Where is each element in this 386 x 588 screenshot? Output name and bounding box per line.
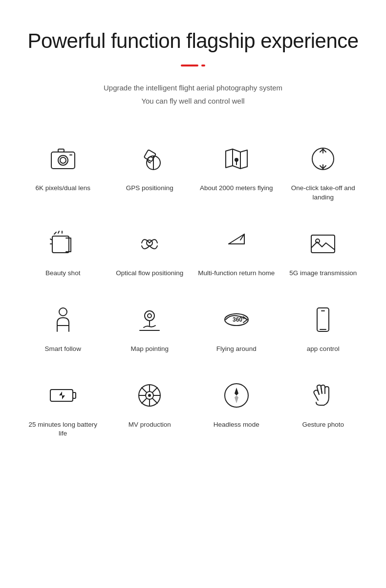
feature-label-mv-production: MV production: [129, 420, 171, 430]
feature-item-beauty-shot: Beauty shot: [20, 217, 107, 293]
feature-item-battery-life: 25 minutes long battery life: [20, 369, 107, 454]
divider: [181, 65, 205, 66]
person-icon: [46, 303, 80, 337]
camera-icon: [46, 142, 80, 176]
feature-item-app-control: app control: [280, 293, 367, 369]
feature-label-6k-pixels: 6K pixels/dual lens: [35, 184, 90, 193]
page-container: Powerful function flagship experience Up…: [0, 0, 386, 482]
compass-icon: [219, 378, 254, 413]
beauty-icon: [46, 227, 80, 261]
feature-item-2000-meters: About 2000 meters flying: [193, 132, 280, 217]
mappoint-icon: [132, 303, 167, 337]
feature-label-smart-follow: Smart follow: [45, 345, 81, 354]
feature-item-headless-mode: Headless mode: [193, 369, 280, 454]
feature-item-6k-pixels: 6K pixels/dual lens: [20, 132, 107, 217]
gesture-icon: [306, 378, 340, 413]
svg-point-32: [149, 394, 150, 396]
feature-item-optical-flow: Optical flow positioning: [107, 217, 193, 293]
feature-item-takeoff-landing: One-click take-off and landing: [280, 132, 367, 217]
feature-label-gps-positioning: GPS positioning: [126, 184, 173, 193]
svg-text:360°: 360°: [233, 316, 245, 323]
feature-label-5g-image: 5G image transmission: [289, 269, 357, 278]
feature-item-mv-production: MV production: [107, 369, 193, 454]
feature-label-headless-mode: Headless mode: [214, 420, 259, 430]
divider-short: [201, 65, 205, 66]
svg-point-20: [145, 311, 154, 321]
feature-item-gps-positioning: GPS positioning: [107, 132, 193, 217]
subtitle: Upgrade the intelligent flight aerial ph…: [104, 81, 282, 108]
battery-icon: [46, 378, 80, 413]
feature-item-flying-around: 360° Flying around: [193, 293, 280, 369]
svg-rect-13: [52, 236, 69, 253]
film-icon: [132, 378, 167, 413]
feature-label-return-home: Multi-function return home: [198, 269, 275, 278]
feature-label-app-control: app control: [307, 345, 340, 354]
svg-rect-29: [73, 392, 76, 398]
feature-label-flying-around: Flying around: [216, 345, 257, 354]
svg-line-38: [152, 398, 157, 403]
optical-icon: [132, 227, 167, 261]
svg-rect-3: [58, 149, 64, 152]
feature-label-beauty-shot: Beauty shot: [45, 269, 80, 278]
svg-rect-25: [317, 308, 329, 331]
map-icon: [219, 142, 254, 176]
svg-point-21: [148, 314, 151, 318]
feature-item-map-pointing: Map pointing: [107, 293, 193, 369]
svg-point-2: [60, 157, 66, 163]
features-grid: 6K pixels/dual lens GPS positioning Abou…: [20, 132, 366, 453]
feature-label-battery-life: 25 minutes long battery life: [24, 420, 102, 439]
feature-item-return-home: Multi-function return home: [193, 217, 280, 293]
divider-long: [181, 65, 198, 66]
feature-label-optical-flow: Optical flow positioning: [116, 269, 183, 278]
takeoff-icon: [306, 142, 340, 176]
feature-label-gesture-photo: Gesture photo: [302, 420, 344, 430]
main-title: Powerful function flagship experience: [27, 29, 358, 53]
feature-label-2000-meters: About 2000 meters flying: [200, 184, 273, 193]
feature-label-takeoff-landing: One-click take-off and landing: [285, 184, 362, 202]
feature-label-map-pointing: Map pointing: [131, 345, 169, 354]
svg-line-40: [142, 398, 147, 403]
feature-item-gesture-photo: Gesture photo: [280, 369, 367, 454]
feature-item-smart-follow: Smart follow: [20, 293, 107, 369]
return-icon: [219, 227, 254, 261]
360-icon: 360°: [219, 303, 254, 337]
image-icon: [306, 227, 340, 261]
svg-line-39: [152, 388, 157, 392]
svg-point-18: [59, 308, 67, 316]
phone-icon: [306, 303, 340, 337]
feature-item-5g-image: 5G image transmission: [280, 217, 367, 293]
svg-line-37: [142, 388, 147, 392]
gps-icon: [132, 142, 167, 176]
